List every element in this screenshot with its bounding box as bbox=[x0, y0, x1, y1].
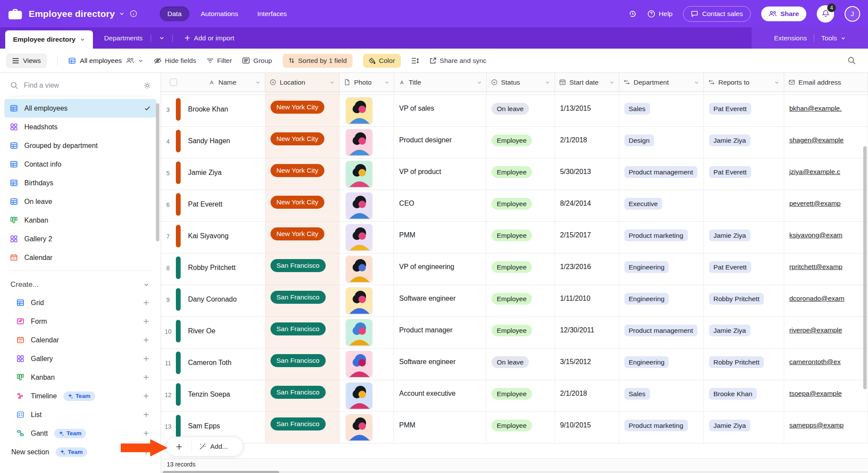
sidebar-view-kanban[interactable]: Kanban bbox=[4, 211, 156, 230]
department-cell[interactable]: Design bbox=[619, 127, 704, 158]
start-date-cell[interactable]: 1/11/2010 bbox=[555, 285, 619, 316]
name-cell[interactable]: 3 Brooke Khan bbox=[161, 95, 265, 126]
department-cell[interactable]: Sales bbox=[619, 380, 704, 411]
vertical-scrollbar[interactable] bbox=[863, 146, 867, 389]
sidebar-view-on-leave[interactable]: On leave bbox=[4, 192, 156, 211]
chevron-down-icon[interactable] bbox=[330, 80, 335, 85]
plus-icon[interactable] bbox=[143, 318, 149, 325]
name-cell[interactable]: 8 Robby Pritchett bbox=[161, 253, 265, 285]
sidebar-view-contact-info[interactable]: Contact info bbox=[4, 155, 156, 174]
column-header-name[interactable]: A Name bbox=[161, 73, 265, 92]
plus-icon[interactable] bbox=[143, 299, 149, 306]
title-cell[interactable]: VP of engineering bbox=[394, 253, 486, 285]
photo-cell[interactable] bbox=[340, 380, 394, 411]
email-cell[interactable]: tsoepa@example bbox=[784, 380, 868, 411]
nav-tab-automations[interactable]: Automations bbox=[193, 7, 246, 21]
column-header-department[interactable]: Department bbox=[619, 73, 704, 92]
photo-cell[interactable] bbox=[340, 253, 394, 285]
create-gantt[interactable]: Gantt Team bbox=[4, 424, 156, 443]
add-with-ai-button[interactable]: Add... bbox=[192, 443, 228, 450]
photo-cell[interactable] bbox=[340, 95, 394, 126]
reports-to-cell[interactable]: Robby Pritchett bbox=[704, 348, 784, 380]
start-date-cell[interactable]: 8/24/2014 bbox=[555, 190, 619, 221]
status-cell[interactable]: Employee bbox=[486, 222, 555, 253]
location-cell[interactable]: San Francisco bbox=[265, 412, 340, 443]
plus-icon[interactable] bbox=[143, 411, 149, 418]
column-header-title[interactable]: A Title bbox=[394, 73, 486, 92]
department-cell[interactable]: Engineering bbox=[619, 285, 704, 316]
photo-cell[interactable] bbox=[340, 127, 394, 158]
search-icon[interactable] bbox=[848, 56, 856, 65]
find-view-input[interactable] bbox=[24, 82, 138, 89]
chevron-down-icon[interactable] bbox=[609, 80, 614, 85]
column-header-email-address[interactable]: Email address bbox=[784, 73, 868, 92]
photo-cell[interactable] bbox=[340, 285, 394, 316]
location-cell[interactable]: San Francisco bbox=[265, 253, 340, 285]
start-date-cell[interactable]: 5/30/2013 bbox=[555, 158, 619, 190]
chevron-down-icon[interactable] bbox=[255, 80, 261, 85]
table-row[interactable]: 8 Robby Pritchett San Francisco VP of en… bbox=[161, 253, 868, 285]
views-button[interactable]: Views bbox=[6, 53, 47, 68]
nav-tab-data[interactable]: Data bbox=[160, 7, 190, 21]
email-cell[interactable]: peverett@examp bbox=[784, 190, 868, 221]
select-all-checkbox[interactable] bbox=[170, 79, 177, 86]
table-list-chevron-icon[interactable] bbox=[159, 35, 165, 41]
status-cell[interactable]: On leave bbox=[486, 95, 555, 126]
info-icon[interactable] bbox=[130, 10, 137, 17]
department-cell[interactable]: Sales bbox=[619, 95, 704, 126]
add-record-button[interactable] bbox=[166, 443, 191, 450]
plus-icon[interactable] bbox=[143, 337, 149, 343]
title-cell[interactable]: PMM bbox=[394, 222, 486, 253]
plus-icon[interactable] bbox=[143, 393, 149, 399]
name-cell[interactable]: 9 Dany Coronado bbox=[161, 285, 265, 316]
chevron-down-icon[interactable] bbox=[80, 37, 85, 42]
sidebar-view-headshots[interactable]: Headshots bbox=[4, 118, 156, 136]
start-date-cell[interactable]: 1/23/2016 bbox=[555, 253, 619, 285]
chevron-down-icon[interactable] bbox=[384, 80, 389, 85]
table-row[interactable]: 3 Brooke Khan New York City VP of sales … bbox=[161, 95, 868, 127]
location-cell[interactable]: New York City bbox=[265, 127, 340, 158]
reports-to-cell[interactable]: Brooke Khan bbox=[704, 380, 784, 411]
title-cell[interactable]: Product manager bbox=[394, 317, 486, 348]
column-header-reports-to[interactable]: Reports to bbox=[704, 73, 784, 92]
chevron-down-icon[interactable] bbox=[477, 80, 482, 85]
title-cell[interactable]: VP of product bbox=[394, 158, 486, 190]
chevron-down-icon[interactable] bbox=[774, 80, 779, 85]
nav-tab-interfaces[interactable]: Interfaces bbox=[249, 7, 294, 21]
table-row[interactable]: 10 River Oe San Francisco Product manage… bbox=[161, 317, 868, 348]
group-button[interactable]: Group bbox=[242, 57, 272, 65]
email-cell[interactable]: camerontoth@ex bbox=[784, 348, 868, 380]
location-cell[interactable]: San Francisco bbox=[265, 348, 340, 380]
location-cell[interactable]: New York City bbox=[265, 222, 340, 253]
department-cell[interactable]: Product management bbox=[619, 158, 704, 190]
department-cell[interactable]: Product management bbox=[619, 317, 704, 348]
email-cell[interactable]: dcoronado@exam bbox=[784, 285, 868, 316]
plus-icon[interactable] bbox=[143, 355, 149, 362]
create-timeline[interactable]: Timeline Team bbox=[4, 387, 156, 405]
title-cell[interactable]: Software engineer bbox=[394, 348, 486, 380]
location-cell[interactable]: New York City bbox=[265, 95, 340, 126]
department-cell[interactable]: Product marketing bbox=[619, 222, 704, 253]
email-cell[interactable]: samepps@examp bbox=[784, 412, 868, 443]
status-cell[interactable]: Employee bbox=[486, 158, 555, 190]
avatar[interactable]: J bbox=[845, 6, 860, 22]
email-cell[interactable]: bkhan@example. bbox=[784, 95, 868, 126]
create-grid[interactable]: Grid bbox=[4, 293, 156, 312]
table-row[interactable]: 4 Sandy Hagen New York City Product desi… bbox=[161, 127, 868, 158]
sidebar-view-calendar[interactable]: 31 Calendar bbox=[4, 248, 156, 267]
photo-cell[interactable] bbox=[340, 348, 394, 380]
status-cell[interactable]: Employee bbox=[486, 412, 555, 443]
filter-button[interactable]: Filter bbox=[207, 57, 232, 65]
row-height-icon[interactable] bbox=[411, 57, 419, 64]
reports-to-cell[interactable]: Jamie Ziya bbox=[704, 412, 784, 443]
location-cell[interactable]: San Francisco bbox=[265, 317, 340, 348]
status-cell[interactable]: Employee bbox=[486, 127, 555, 158]
extensions-button[interactable]: Extensions bbox=[774, 34, 807, 42]
sidebar-view-gallery-2[interactable]: Gallery 2 bbox=[4, 230, 156, 248]
location-cell[interactable]: San Francisco bbox=[265, 380, 340, 411]
location-cell[interactable]: San Francisco bbox=[265, 285, 340, 316]
name-cell[interactable]: 6 Pat Everett bbox=[161, 190, 265, 221]
create-list[interactable]: List bbox=[4, 405, 156, 424]
start-date-cell[interactable]: 2/15/2017 bbox=[555, 222, 619, 253]
table-row[interactable]: 11 Cameron Toth San Francisco Software e… bbox=[161, 348, 868, 380]
